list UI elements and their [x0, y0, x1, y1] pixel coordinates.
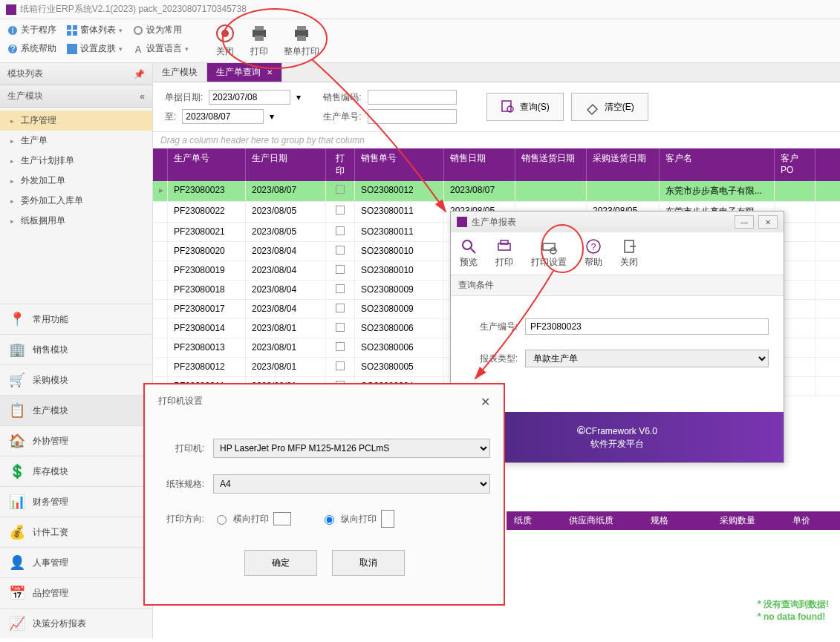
sidebar-item[interactable]: 生产计划排单 [0, 151, 152, 171]
clear-button[interactable]: 清空(E) [571, 93, 648, 121]
svg-text:?: ? [10, 44, 16, 54]
svg-rect-15 [255, 26, 264, 30]
info-icon: i [7, 25, 18, 36]
eraser-icon [585, 99, 600, 114]
menu-bar: i关于程序 窗体列表▾ 设为常用 ?系统帮助 设置皮肤▾ A设置语言▾ 关闭 打… [0, 19, 840, 63]
svg-rect-5 [67, 31, 71, 36]
search-button[interactable]: 查询(S) [486, 93, 564, 121]
module-item[interactable]: 📅品控管理 [0, 577, 152, 608]
svg-rect-16 [255, 36, 264, 41]
module-icon: 📈 [9, 615, 25, 632]
close-button[interactable]: ✕ [481, 395, 490, 409]
module-item[interactable]: 🏠外协管理 [0, 425, 152, 456]
print-all-button[interactable]: 整单打印 [284, 24, 319, 58]
title-bar: 纸箱行业ERP系统V2.1(2023) pack_202308071703457… [0, 0, 840, 19]
module-icon: 🏢 [9, 341, 25, 358]
query-section-label: 查询条件 [451, 275, 784, 296]
date-to-input[interactable] [182, 109, 264, 124]
sidebar-item[interactable]: 工序管理 [0, 111, 152, 131]
sidebar-item[interactable]: 纸板捆用单 [0, 211, 152, 231]
date-from-input[interactable] [209, 90, 290, 105]
dlg-print-button[interactable]: 打印 [486, 232, 522, 275]
module-item[interactable]: 📋生产模块 [0, 395, 152, 425]
group-hint: Drag a column header here to group by th… [153, 132, 840, 148]
preview-icon [460, 238, 477, 255]
prod-code-label: 生产编号: [466, 321, 518, 333]
menu-help[interactable]: ?系统帮助 [7, 42, 56, 55]
svg-rect-27 [543, 243, 555, 250]
sidebar: 模块列表📌 生产模块« 工序管理生产单生产计划排单外发加工单委外加工入库单纸板捆… [0, 63, 153, 638]
report-type-label: 报表类型: [466, 353, 518, 365]
print-setup-button[interactable]: 打印设置 [522, 232, 576, 275]
cancel-button[interactable]: 取消 [332, 550, 405, 576]
sidebar-section[interactable]: 生产模块« [0, 85, 152, 108]
prod-code-input[interactable] [525, 318, 769, 335]
table-row[interactable]: ▸PF230800232023/08/07SO230800122023/08/0… [153, 181, 840, 202]
prod-label: 生产单号: [323, 111, 361, 123]
svg-rect-4 [73, 25, 77, 30]
module-item[interactable]: 💰计件工资 [0, 517, 152, 547]
module-item[interactable]: 🛒采购模块 [0, 364, 152, 395]
no-data-message: * 没有查询到数据!* no data found! [758, 598, 829, 623]
menu-skin[interactable]: 设置皮肤▾ [67, 42, 123, 55]
close-icon [215, 24, 235, 43]
lower-grid-header: 纸质供应商纸质规格 采购数量单价 [507, 511, 840, 530]
minimize-button[interactable]: — [735, 215, 754, 229]
code-input[interactable] [368, 90, 457, 105]
close-button[interactable]: 关闭 [215, 24, 235, 58]
sidebar-item[interactable]: 委外加工入库单 [0, 191, 152, 211]
close-icon[interactable]: ✕ [267, 68, 273, 76]
menu-forms[interactable]: 窗体列表▾ [67, 24, 123, 36]
module-item[interactable]: 👤人事管理 [0, 547, 152, 577]
module-item[interactable]: 📊财务管理 [0, 486, 152, 517]
close-button[interactable]: ✕ [758, 215, 778, 229]
prod-input[interactable] [368, 109, 457, 124]
dialog-title: 生产单报表 [472, 216, 516, 229]
portrait-radio[interactable]: 纵向打印 [321, 510, 394, 528]
svg-rect-3 [67, 25, 71, 30]
menu-default[interactable]: 设为常用 [133, 24, 182, 36]
module-item[interactable]: 📍常用功能 [0, 304, 152, 334]
app-title: 纸箱行业ERP系统V2.1(2023) pack_202308071703457… [20, 3, 247, 16]
printer-select[interactable]: HP LaserJet Pro MFP M125-M126 PCLmS [213, 439, 490, 458]
svg-rect-18 [297, 26, 306, 30]
svg-point-23 [463, 240, 472, 249]
tab-production[interactable]: 生产模块 [153, 63, 207, 82]
to-label: 至: [165, 111, 176, 123]
svg-rect-6 [73, 31, 77, 36]
module-item[interactable]: 📈决策分析报表 [0, 608, 152, 638]
landscape-radio[interactable]: 横向打印 [213, 512, 291, 525]
printer-icon [292, 24, 311, 43]
paper-select[interactable]: A4 [213, 474, 490, 494]
menu-lang[interactable]: A设置语言▾ [133, 42, 189, 55]
grid-header: 生产单号 生产日期 打印 销售单号 销售日期 销售送货日期 采购送货日期 客户名… [153, 148, 840, 181]
svg-rect-0 [6, 4, 16, 15]
print-settings-dialog: 打印机设置✕ 打印机:HP LaserJet Pro MFP M125-M126… [143, 383, 505, 606]
module-item[interactable]: 💲库存模块 [0, 456, 152, 486]
palette-icon [67, 44, 77, 54]
printer-icon [496, 238, 512, 255]
ok-button[interactable]: 确定 [244, 550, 317, 576]
svg-rect-19 [297, 36, 306, 41]
module-icon: 💲 [9, 463, 25, 479]
preview-button[interactable]: 预览 [451, 232, 486, 275]
module-item[interactable]: 🏢销售模块 [0, 334, 152, 364]
menu-about[interactable]: i关于程序 [7, 24, 56, 36]
module-icon: 🏠 [9, 433, 25, 449]
module-icon: 👤 [9, 554, 25, 571]
report-type-select[interactable]: 单款生产单 [525, 350, 769, 367]
svg-text:?: ? [591, 242, 596, 252]
dlg-help-button[interactable]: ?帮助 [576, 232, 611, 275]
app-icon [6, 4, 16, 15]
tab-query[interactable]: 生产单查询✕ [207, 63, 282, 82]
sidebar-item[interactable]: 生产单 [0, 131, 152, 151]
module-icon: 💰 [9, 524, 25, 540]
pin-icon[interactable]: 📌 [134, 69, 145, 79]
print-button[interactable]: 打印 [250, 24, 269, 58]
tabs: 生产模块 生产单查询✕ [153, 63, 840, 82]
module-icon: 📅 [9, 585, 25, 601]
orient-label: 打印方向: [158, 513, 204, 525]
svg-rect-22 [457, 217, 467, 227]
dlg-close-button[interactable]: 关闭 [611, 232, 647, 275]
sidebar-item[interactable]: 外发加工单 [0, 171, 152, 191]
